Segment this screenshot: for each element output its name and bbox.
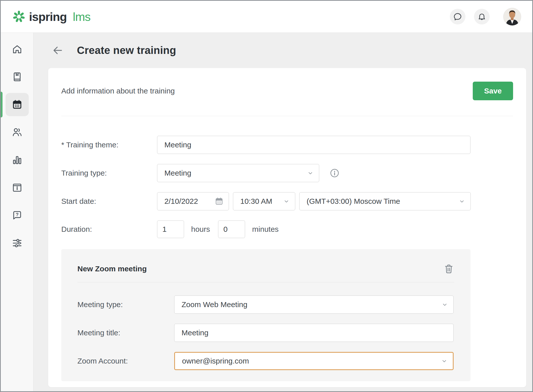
sidebar-item-reports[interactable] (6, 148, 29, 172)
duration-label: Duration: (61, 225, 157, 234)
chat-icon (453, 12, 462, 21)
home-icon (12, 44, 23, 55)
ispring-lms-logo[interactable]: ispringlms (12, 10, 91, 24)
app-window: ispringlms (0, 0, 533, 392)
svg-text:?: ? (16, 212, 18, 217)
brand-suffix: lms (73, 10, 91, 24)
users-icon (12, 127, 23, 138)
sidebar-item-users[interactable] (6, 121, 29, 144)
divider (77, 282, 454, 282)
avatar-image (504, 8, 521, 25)
page-title: Create new training (77, 44, 176, 56)
sidebar-item-support[interactable]: ? (6, 204, 29, 227)
chevron-down-icon (441, 301, 448, 308)
trash-icon (443, 263, 454, 274)
zoom-panel-title: New Zoom meeting (77, 265, 147, 273)
new-zoom-meeting-panel: New Zoom meeting Meeting type (61, 249, 470, 381)
chevron-down-icon (441, 357, 448, 365)
field-row-zoom-account: Zoom Account: owner@ispring.com (77, 352, 454, 370)
duration-hours-input[interactable] (157, 220, 184, 238)
save-button[interactable]: Save (473, 82, 513, 100)
user-avatar[interactable] (503, 8, 521, 26)
training-form-card: Add information about the training Save … (48, 68, 526, 387)
notifications-button[interactable] (474, 9, 490, 24)
meeting-title-label: Meeting title: (77, 329, 174, 337)
meeting-type-value: Zoom Web Meeting (182, 300, 247, 309)
sidebar-item-calendar[interactable] (6, 93, 29, 116)
sliders-icon (12, 238, 23, 249)
training-type-info-button[interactable] (329, 168, 340, 178)
minutes-unit-label: minutes (252, 225, 279, 234)
info-circle-icon (329, 168, 340, 178)
field-row-start-date: Start date: 2/10/2022 (61, 192, 513, 210)
delete-meeting-button[interactable] (443, 263, 454, 274)
zoom-account-select[interactable]: owner@ispring.com (174, 352, 454, 370)
top-bar: ispringlms (1, 1, 532, 33)
book-icon (12, 71, 23, 82)
brand-name: ispring (29, 10, 67, 24)
page-header: Create new training (34, 33, 532, 68)
calendar-picker-icon (215, 197, 224, 206)
start-date-label: Start date: (61, 197, 157, 206)
timezone-select[interactable]: (GMT+03:00) Moscow Time (299, 192, 471, 210)
start-date-value: 2/10/2022 (164, 197, 198, 206)
main-content: Create new training Add information abou… (34, 33, 532, 391)
sidebar: ? (1, 33, 34, 391)
training-theme-label: * Training theme: (61, 141, 157, 149)
card-title: Add information about the training (61, 87, 175, 95)
flower-logo-icon (12, 10, 25, 23)
start-time-select[interactable]: 10:30 AM (233, 192, 295, 210)
training-theme-input[interactable] (157, 136, 470, 154)
zoom-panel-header: New Zoom meeting (77, 263, 454, 274)
info-panel-icon (12, 182, 23, 193)
back-arrow-icon (52, 44, 64, 56)
sidebar-item-info[interactable] (6, 176, 29, 199)
zoom-account-value: owner@ispring.com (182, 357, 249, 365)
field-row-duration: Duration: hours minutes (61, 220, 513, 238)
question-bubble-icon: ? (12, 210, 23, 221)
start-time-value: 10:30 AM (240, 197, 272, 206)
top-actions (450, 8, 521, 26)
training-type-select[interactable]: Meeting (157, 164, 319, 182)
meeting-type-select[interactable]: Zoom Web Meeting (174, 296, 454, 314)
bell-icon (477, 12, 486, 21)
chevron-down-icon (283, 198, 290, 205)
field-row-meeting-type: Meeting type: Zoom Web Meeting (77, 296, 454, 314)
start-date-input[interactable]: 2/10/2022 (157, 192, 229, 210)
sidebar-item-settings[interactable] (6, 232, 29, 255)
chevron-down-icon (307, 170, 314, 177)
divider (61, 116, 513, 116)
timezone-value: (GMT+03:00) Moscow Time (307, 197, 400, 206)
meeting-title-input[interactable] (174, 324, 454, 342)
calendar-icon (12, 99, 23, 110)
training-type-label: Training type: (61, 169, 157, 177)
back-button[interactable] (52, 44, 64, 56)
zoom-account-label: Zoom Account: (77, 357, 174, 365)
chevron-down-icon (458, 198, 465, 205)
card-header: Add information about the training Save (61, 82, 513, 100)
training-type-value: Meeting (164, 169, 191, 177)
meeting-type-label: Meeting type: (77, 300, 174, 309)
bar-chart-icon (12, 154, 23, 166)
hours-unit-label: hours (191, 225, 210, 234)
field-row-training-type: Training type: Meeting (61, 164, 513, 182)
sidebar-item-home[interactable] (6, 38, 29, 61)
field-row-training-theme: * Training theme: (61, 136, 513, 154)
chat-button[interactable] (450, 9, 465, 24)
sidebar-item-courses[interactable] (6, 65, 29, 88)
duration-minutes-input[interactable] (218, 220, 245, 238)
field-row-meeting-title: Meeting title: (77, 324, 454, 342)
